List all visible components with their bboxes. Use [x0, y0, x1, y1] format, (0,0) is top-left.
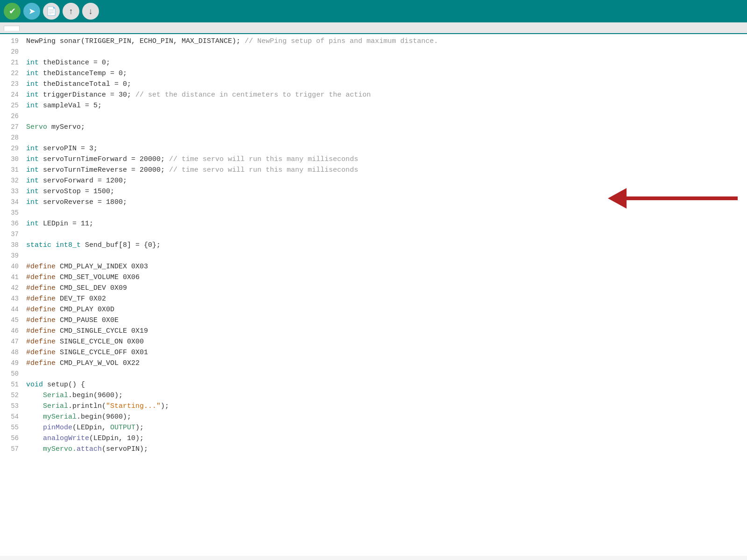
code-line: 45#define CMD_PAUSE 0X0E — [0, 315, 747, 326]
code-line: 48#define SINGLE_CYCLE_OFF 0X01 — [0, 347, 747, 358]
code-line: 21int theDistance = 0; — [0, 57, 747, 68]
line-code: Serial.begin(9600); — [26, 391, 123, 401]
line-code: pinMode(LEDpin, OUTPUT); — [26, 423, 144, 433]
code-line: 31int servoTurnTimeReverse = 20000; // t… — [0, 165, 747, 175]
code-line: 49#define CMD_PLAY_W_VOL 0X22 — [0, 358, 747, 369]
line-code: Servo myServo; — [26, 122, 85, 133]
line-number: 28 — [6, 133, 19, 143]
line-number: 45 — [6, 315, 19, 325]
line-number: 40 — [6, 261, 19, 272]
code-line: 26 — [0, 111, 747, 122]
code-line: 28 — [0, 133, 747, 143]
line-number: 26 — [6, 111, 19, 121]
line-number: 23 — [6, 79, 19, 89]
line-number: 37 — [6, 229, 19, 239]
code-line: 19NewPing sonar(TRIGGER_PIN, ECHO_PIN, M… — [0, 36, 747, 47]
code-line: 57 myServo.attach(servoPIN); — [0, 444, 747, 455]
code-line: 42#define CMD_SEL_DEV 0X09 — [0, 283, 747, 294]
line-code: #define CMD_SEL_DEV 0X09 — [26, 283, 127, 294]
code-line: 24int triggerDistance = 30; // set the d… — [0, 90, 747, 100]
code-line: 55 pinMode(LEDpin, OUTPUT); — [0, 422, 747, 433]
line-code: #define CMD_PAUSE 0X0E — [26, 315, 119, 326]
line-number: 43 — [6, 294, 19, 304]
code-editor[interactable]: 19NewPing sonar(TRIGGER_PIN, ECHO_PIN, M… — [0, 34, 747, 556]
line-number: 50 — [6, 369, 19, 379]
code-line: 38static int8_t Send_buf[8] = {0}; — [0, 240, 747, 251]
line-code: int theDistanceTotal = 0; — [26, 79, 131, 90]
upload-button[interactable]: ➤ — [23, 3, 40, 20]
verify-button[interactable]: ✔ — [4, 3, 21, 20]
tab-bar — [0, 22, 747, 34]
line-number: 39 — [6, 251, 19, 261]
line-code — [26, 230, 30, 240]
line-code: int servoPIN = 3; — [26, 144, 98, 154]
line-number: 49 — [6, 358, 19, 368]
line-code — [26, 208, 30, 218]
line-code: #define DEV_TF 0X02 — [26, 294, 106, 304]
line-number: 48 — [6, 347, 19, 357]
line-code: int servoTurnTimeReverse = 20000; // tim… — [26, 165, 358, 175]
line-number: 55 — [6, 422, 19, 433]
line-code: NewPing sonar(TRIGGER_PIN, ECHO_PIN, MAX… — [26, 36, 438, 47]
line-number: 33 — [6, 186, 19, 196]
line-code: int theDistance = 0; — [26, 58, 110, 68]
code-lines: 19NewPing sonar(TRIGGER_PIN, ECHO_PIN, M… — [0, 34, 747, 456]
code-line: 32int servoForward = 1200; — [0, 175, 747, 186]
code-line: 53 Serial.println("Starting..."); — [0, 401, 747, 412]
code-line: 35 — [0, 208, 747, 218]
code-line: 56 analogWrite(LEDpin, 10); — [0, 433, 747, 444]
line-code: void setup() { — [26, 380, 85, 390]
tab-xwingcode[interactable] — [4, 26, 20, 31]
code-line: 34int servoReverse = 1800; — [0, 197, 747, 208]
line-number: 56 — [6, 433, 19, 443]
line-code: int servoReverse = 1800; — [26, 197, 127, 208]
line-code: int servoStop = 1500; — [26, 187, 114, 197]
line-code — [26, 112, 30, 122]
save-button[interactable]: ↓ — [82, 3, 99, 20]
line-number: 47 — [6, 336, 19, 347]
code-line: 27Servo myServo; — [0, 122, 747, 133]
line-number: 19 — [6, 36, 19, 46]
line-number: 22 — [6, 68, 19, 78]
line-code: int LEDpin = 11; — [26, 219, 93, 229]
code-line: 44#define CMD_PLAY 0X0D — [0, 304, 747, 315]
line-code: int sampleVal = 5; — [26, 101, 102, 111]
line-number: 32 — [6, 175, 19, 186]
line-number: 35 — [6, 208, 19, 218]
line-code: #define CMD_PLAY 0X0D — [26, 305, 114, 315]
line-code — [26, 251, 30, 261]
code-line: 29int servoPIN = 3; — [0, 143, 747, 154]
code-line: 46#define CMD_SINGLE_CYCLE 0X19 — [0, 326, 747, 336]
code-line: 43#define DEV_TF 0X02 — [0, 294, 747, 304]
line-number: 46 — [6, 326, 19, 336]
code-line: 37 — [0, 229, 747, 240]
line-number: 42 — [6, 283, 19, 293]
line-code: int servoForward = 1200; — [26, 176, 127, 186]
code-line: 41#define CMD_SET_VOLUME 0X06 — [0, 272, 747, 283]
code-line: 50 — [0, 369, 747, 379]
line-number: 34 — [6, 197, 19, 207]
line-code: int theDistanceTemp = 0; — [26, 69, 127, 79]
line-number: 38 — [6, 240, 19, 250]
line-number: 54 — [6, 412, 19, 422]
code-line: 22int theDistanceTemp = 0; — [0, 68, 747, 79]
line-code: int servoTurnTimeForward = 20000; // tim… — [26, 154, 358, 165]
line-code: #define SINGLE_CYCLE_ON 0X00 — [26, 337, 144, 347]
code-line: 23int theDistanceTotal = 0; — [0, 79, 747, 90]
line-number: 27 — [6, 122, 19, 132]
line-number: 25 — [6, 100, 19, 111]
line-code: mySerial.begin(9600); — [26, 412, 131, 422]
line-code — [26, 133, 30, 143]
new-file-button[interactable]: 📄 — [43, 3, 60, 20]
open-button[interactable]: ↑ — [63, 3, 79, 20]
line-code: Serial.println("Starting..."); — [26, 401, 169, 412]
code-line: 25int sampleVal = 5; — [0, 100, 747, 111]
line-number: 41 — [6, 272, 19, 282]
line-code — [26, 47, 30, 57]
line-number: 21 — [6, 57, 19, 68]
line-number: 30 — [6, 154, 19, 164]
code-line: 30int servoTurnTimeForward = 20000; // t… — [0, 154, 747, 165]
line-number: 29 — [6, 143, 19, 154]
code-line: 52 Serial.begin(9600); — [0, 390, 747, 401]
line-code: analogWrite(LEDpin, 10); — [26, 434, 144, 444]
